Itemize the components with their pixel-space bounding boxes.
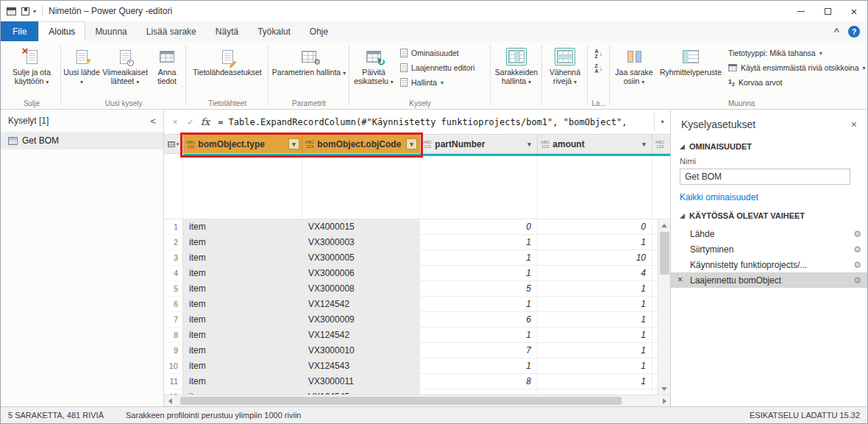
- scroll-up-button[interactable]: [658, 219, 670, 231]
- gear-icon[interactable]: ⚙: [853, 230, 861, 239]
- cell-partNumber[interactable]: 1: [420, 235, 538, 250]
- cell-bomObject-objCode[interactable]: VX124543: [302, 358, 420, 374]
- cell-bomObject-objCode[interactable]: VX3000005: [302, 250, 420, 266]
- cell-bomObject-type[interactable]: item: [183, 358, 302, 374]
- vertical-scrollbar[interactable]: [658, 219, 670, 395]
- maximize-button[interactable]: [814, 1, 841, 21]
- formula-input[interactable]: = Table.ExpandRecordColumn(#"Käynnistett…: [218, 113, 649, 131]
- cell-bomObject-objCode[interactable]: VX4000015: [302, 219, 420, 235]
- cell-bomObject-objCode[interactable]: VX124542: [302, 328, 420, 343]
- sort-ascending-button[interactable]: AZ ↓: [594, 49, 602, 59]
- cell-bomObject-type[interactable]: item: [183, 343, 302, 358]
- applied-step[interactable]: Käynnistetty funktioprojects/... ⚙: [671, 257, 867, 272]
- cell-partNumber[interactable]: 1: [420, 250, 538, 266]
- cell-amount[interactable]: 1: [538, 235, 652, 250]
- applied-step[interactable]: Siirtyminen ⚙: [671, 241, 867, 257]
- manage-parameters-button[interactable]: ⚙ Parametrien hallinta ▾: [271, 43, 347, 97]
- column-header-bomObject-objCode[interactable]: ABC123 bomObject.objCode ▾: [302, 135, 420, 154]
- query-name-input[interactable]: [680, 169, 850, 185]
- applied-steps-section-header[interactable]: KÄYTÖSSÄ OLEVAT VAIHEET: [671, 204, 867, 223]
- cell-partNumber[interactable]: 1: [420, 358, 538, 374]
- collapse-ribbon-icon[interactable]: ^: [833, 26, 839, 37]
- cell-bomObject-objCode[interactable]: VX3000008: [302, 281, 420, 297]
- applied-step[interactable]: Lähde ⚙: [671, 226, 867, 241]
- tab-lisaa-sarake[interactable]: Lisää sarake: [137, 21, 206, 41]
- column-header-partial[interactable]: ABC123: [652, 135, 670, 154]
- applied-step[interactable]: × Laajennettu bomObject ⚙: [671, 272, 867, 288]
- cell-partNumber[interactable]: [420, 389, 538, 395]
- cell-partNumber[interactable]: 1: [420, 297, 538, 312]
- manage-columns-button[interactable]: Sarakkeiden hallinta ▾: [491, 43, 541, 97]
- cell-partNumber[interactable]: 7: [420, 343, 538, 358]
- gear-icon[interactable]: ⚙: [853, 276, 861, 285]
- save-icon[interactable]: [21, 7, 29, 15]
- cell-bomObject-type[interactable]: item: [183, 219, 302, 235]
- tab-tyokalut[interactable]: Työkalut: [248, 21, 300, 41]
- cell-amount[interactable]: 10: [538, 250, 652, 266]
- column-header-amount[interactable]: ABC123 amount ▾: [538, 135, 652, 154]
- cancel-formula-icon[interactable]: ×: [170, 117, 180, 127]
- recent-sources-button[interactable]: Viimeaikaiset lähteet ▾: [101, 43, 149, 97]
- cell-bomObject-objCode[interactable]: VX3000003: [302, 235, 420, 250]
- formula-expand-button[interactable]: ▾: [654, 113, 670, 131]
- cell-amount[interactable]: 1: [538, 312, 652, 328]
- cell-bomObject-type[interactable]: item: [183, 266, 302, 281]
- all-properties-link[interactable]: Kaikki ominaisuudet: [671, 186, 867, 204]
- quick-access-dropdown-icon[interactable]: ▾: [33, 8, 36, 15]
- cell-bomObject-objCode[interactable]: VX124542: [302, 297, 420, 312]
- close-pane-icon[interactable]: ×: [851, 119, 857, 130]
- filter-button[interactable]: ▾: [288, 138, 299, 149]
- new-source-button[interactable]: Uusi lähde ▾: [63, 43, 101, 97]
- close-button[interactable]: ×: [841, 1, 867, 21]
- cell-bomObject-objCode[interactable]: VX3000009: [302, 312, 420, 328]
- filter-button[interactable]: ▾: [638, 138, 650, 149]
- enter-data-button[interactable]: Anna tiedot: [149, 43, 185, 97]
- tab-muunna[interactable]: Muunna: [85, 21, 136, 41]
- cell-partNumber[interactable]: 0: [420, 219, 538, 235]
- cell-bomObject-objCode[interactable]: VX3000011: [302, 374, 420, 389]
- cell-amount[interactable]: 1: [538, 374, 652, 389]
- advanced-editor-button[interactable]: Laajennettu editori: [396, 60, 489, 75]
- cell-bomObject-type[interactable]: item: [183, 328, 302, 343]
- cell-amount[interactable]: 1: [538, 297, 652, 312]
- cell-amount[interactable]: 1: [538, 281, 652, 297]
- help-icon[interactable]: ?: [848, 26, 860, 38]
- filter-button[interactable]: ▾: [524, 138, 535, 149]
- gear-icon[interactable]: ⚙: [853, 245, 861, 254]
- cell-partNumber[interactable]: 8: [420, 374, 538, 389]
- properties-button[interactable]: Ominaisuudet: [396, 46, 489, 60]
- cell-partNumber[interactable]: 1: [420, 266, 538, 281]
- split-column-button[interactable]: Jaa sarake osiin ▾: [611, 43, 657, 97]
- column-header-bomObject-type[interactable]: ABC123 bomObject.type ▾: [183, 135, 302, 154]
- cell-partNumber[interactable]: 1: [420, 328, 538, 343]
- cell-amount[interactable]: 0: [538, 219, 652, 235]
- tab-file[interactable]: File: [1, 21, 38, 41]
- data-source-settings-button[interactable]: Tietolähdeasetukset: [188, 43, 267, 97]
- sort-descending-button[interactable]: ZA ↓: [594, 63, 602, 74]
- cell-bomObject-type[interactable]: item: [183, 312, 302, 328]
- cell-amount[interactable]: [538, 389, 652, 395]
- properties-section-header[interactable]: OMINAISUUDET: [671, 135, 867, 154]
- data-type-button[interactable]: Tietotyyppi: Mikä tahansa ▾: [725, 46, 868, 60]
- replace-values-button[interactable]: 12 Korvaa arvot: [725, 75, 868, 90]
- cell-bomObject-type[interactable]: item: [183, 235, 302, 250]
- horizontal-scroll-thumb[interactable]: [180, 397, 622, 405]
- cell-bomObject-objCode[interactable]: VX3000006: [302, 266, 420, 281]
- cell-bomObject-type[interactable]: item: [183, 250, 302, 266]
- cell-amount[interactable]: 1: [538, 358, 652, 374]
- cell-amount[interactable]: 1: [538, 343, 652, 358]
- manage-query-button[interactable]: Hallinta ▾: [396, 75, 489, 90]
- cell-amount[interactable]: 1: [538, 328, 652, 343]
- collapse-pane-icon[interactable]: <: [150, 116, 156, 127]
- cell-bomObject-type[interactable]: item: [183, 374, 302, 389]
- query-item-get-bom[interactable]: Get BOM: [1, 132, 163, 149]
- horizontal-scrollbar[interactable]: [164, 395, 670, 406]
- reduce-rows-button[interactable]: Vähennä rivejä ▾: [543, 43, 587, 97]
- tab-ohje[interactable]: Ohje: [300, 21, 338, 41]
- close-and-apply-button[interactable]: × Sulje ja ota käyttöön ▾: [4, 43, 60, 97]
- cell-partNumber[interactable]: 5: [420, 281, 538, 297]
- scroll-down-button[interactable]: [658, 383, 670, 395]
- scroll-left-button[interactable]: [164, 395, 176, 406]
- filter-button[interactable]: ▾: [406, 138, 417, 149]
- minimize-button[interactable]: [788, 1, 814, 21]
